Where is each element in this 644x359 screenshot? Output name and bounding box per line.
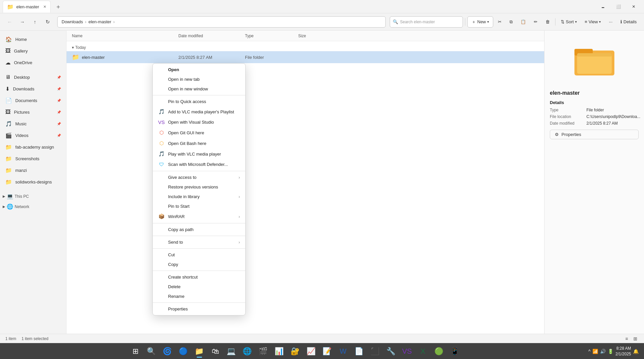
taskbar-qb2-button[interactable]: 📈 xyxy=(304,344,319,359)
cm-item-restore[interactable]: Restore previous versions xyxy=(153,182,245,192)
detail-row-location: File location C:\Users\unipodlp9\Downloa… xyxy=(550,114,639,119)
taskbar-chrome-button[interactable]: 🌐 xyxy=(240,344,255,359)
taskbar-phone-button[interactable]: 📱 xyxy=(448,344,462,359)
cm-item-copy-path[interactable]: Copy as path xyxy=(153,225,245,234)
taskbar-security-button[interactable]: 🔐 xyxy=(288,344,303,359)
network-icon: 🌐 xyxy=(7,203,13,210)
grid-view-button[interactable]: ⊞ xyxy=(632,335,639,342)
search-bar[interactable]: 🔍 Search elen-master xyxy=(390,16,463,28)
copy-button[interactable]: ⧉ xyxy=(506,16,516,28)
address-bar[interactable]: Downloads › elen-master › xyxy=(57,16,386,28)
taskbar-qb1-button[interactable]: 📊 xyxy=(272,344,287,359)
new-button[interactable]: ＋ New ▾ xyxy=(467,16,493,28)
file-row-elen-master[interactable]: 📁 elen-master 2/1/2025 8:27 AM File fold… xyxy=(67,51,544,63)
sidebar-item-videos[interactable]: 🎬 Videos 📌 xyxy=(1,130,65,141)
cm-item-cut[interactable]: Cut xyxy=(153,250,245,260)
sidebar-group-thispc[interactable]: ▶ 💻 This PC xyxy=(0,192,66,201)
new-tab-button[interactable]: ＋ xyxy=(53,1,64,12)
taskbar-search-button[interactable]: 🔍 xyxy=(144,344,159,359)
taskbar-network-icon[interactable]: 📶 xyxy=(592,349,598,354)
sidebar-item-downloads[interactable]: ⬇ Downloads 📌 xyxy=(1,83,65,94)
taskbar-excel-button[interactable]: X xyxy=(416,344,430,359)
cm-item-rename[interactable]: Rename xyxy=(153,292,245,301)
taskbar-vs-button[interactable]: VS xyxy=(400,344,414,359)
sidebar-item-fab[interactable]: 📁 fab-academy assign xyxy=(1,141,65,153)
taskbar-dell-button[interactable]: 💻 xyxy=(224,344,239,359)
close-button[interactable]: ✕ xyxy=(626,1,641,13)
cm-item-include-library[interactable]: Include in library › xyxy=(153,192,245,201)
cm-item-open-git-gui[interactable]: ⬡ Open Git GUI here xyxy=(153,127,245,138)
refresh-button[interactable]: ↻ xyxy=(42,16,53,28)
delete-button[interactable]: 🗑 xyxy=(542,16,553,28)
taskbar-media-button[interactable]: 🎬 xyxy=(256,344,271,359)
cm-item-play-vlc[interactable]: 🎵 Play with VLC media player xyxy=(153,149,245,159)
back-button[interactable]: ← xyxy=(4,16,15,28)
breadcrumb-elen-master[interactable]: elen-master xyxy=(89,19,111,24)
cm-sep4 xyxy=(153,236,245,236)
sidebar-item-screenshots[interactable]: 📁 Screenshots xyxy=(1,153,65,164)
rename-button[interactable]: ✏ xyxy=(531,16,541,28)
sidebar-item-music[interactable]: 🎵 Music 📌 xyxy=(1,118,65,129)
cm-vlc-label: Add to VLC media player's Playlist xyxy=(168,109,240,114)
taskbar-chevron-icon[interactable]: ^ xyxy=(588,349,591,354)
active-tab[interactable]: 📁 elen-master ✕ xyxy=(3,1,51,13)
cm-item-copy[interactable]: Copy xyxy=(153,260,245,269)
tab-close-button[interactable]: ✕ xyxy=(43,5,46,9)
maximize-button[interactable]: ⬜ xyxy=(611,1,626,13)
forward-button[interactable]: → xyxy=(17,16,28,28)
cm-item-scan-defender[interactable]: 🛡 Scan with Microsoft Defender... xyxy=(153,159,245,170)
taskbar-start-button[interactable]: ⊞ xyxy=(128,344,143,359)
taskbar-clock[interactable]: 8:28 AM 2/1/2025 xyxy=(615,346,631,357)
cm-item-winrar[interactable]: 📦 WinRAR › xyxy=(153,211,245,222)
cm-item-create-shortcut[interactable]: Create shortcut xyxy=(153,272,245,282)
sidebar-item-gallery[interactable]: 🖼 Gallery xyxy=(1,45,65,57)
details-button[interactable]: ℹ Details xyxy=(617,16,640,28)
paste-button[interactable]: 📋 xyxy=(517,16,529,28)
cm-item-open[interactable]: Open xyxy=(153,65,245,74)
cm-item-open-vs[interactable]: VS Open with Visual Studio xyxy=(153,117,245,127)
properties-label: Properties xyxy=(561,132,581,137)
taskbar-explorer-button[interactable]: 📁 xyxy=(192,344,207,359)
cm-item-add-vlc[interactable]: 🎵 Add to VLC media player's Playlist xyxy=(153,106,245,117)
taskbar-volume-icon[interactable]: 🔊 xyxy=(600,349,606,354)
cm-item-open-new-tab[interactable]: Open in new tab xyxy=(153,74,245,84)
cm-item-open-new-window[interactable]: Open in new window xyxy=(153,84,245,94)
group-today[interactable]: ▾ Today xyxy=(67,44,544,51)
minimize-button[interactable]: 🗕 xyxy=(595,1,611,13)
taskbar-app2-button[interactable]: 🟢 xyxy=(432,344,446,359)
taskbar-browser-button[interactable]: 🌀 xyxy=(160,344,175,359)
cm-item-give-access[interactable]: Give access to › xyxy=(153,173,245,182)
taskbar-word-button[interactable]: 📝 xyxy=(320,344,334,359)
taskbar-cmd-button[interactable]: ⬛ xyxy=(368,344,382,359)
sidebar-item-documents[interactable]: 📄 Documents 📌 xyxy=(1,95,65,106)
taskbar-notepad-button[interactable]: 📄 xyxy=(352,344,366,359)
taskbar-app1-button[interactable]: 🔧 xyxy=(384,344,398,359)
sort-button[interactable]: ⇅ Sort ▾ xyxy=(557,16,580,28)
sidebar-item-home[interactable]: 🏠 Home xyxy=(1,34,65,45)
taskbar-notification-icon[interactable]: 🔔 xyxy=(633,349,639,354)
cm-item-delete[interactable]: Delete xyxy=(153,282,245,292)
breadcrumb-downloads[interactable]: Downloads xyxy=(62,19,83,24)
cut-button[interactable]: ✂ xyxy=(495,16,505,28)
sidebar-group-network[interactable]: ▶ 🌐 Network xyxy=(0,202,66,211)
sidebar-item-pictures[interactable]: 🖼 Pictures 📌 xyxy=(1,106,65,118)
cm-item-send-to[interactable]: Send to › xyxy=(153,237,245,247)
properties-button[interactable]: ⚙ Properties xyxy=(550,130,639,139)
sidebar-item-desktop[interactable]: 🖥 Desktop 📌 xyxy=(1,71,65,83)
cm-item-open-git-bash[interactable]: ⬡ Open Git Bash here xyxy=(153,138,245,149)
cm-item-pin-start[interactable]: Pin to Start xyxy=(153,201,245,211)
sidebar-item-manzi[interactable]: 📁 manzi xyxy=(1,165,65,176)
cm-item-pin-quick[interactable]: Pin to Quick access xyxy=(153,97,245,106)
list-view-button[interactable]: ≡ xyxy=(624,335,629,342)
more-button[interactable]: ··· xyxy=(605,16,616,28)
manzi-folder-icon: 📁 xyxy=(5,167,12,174)
taskbar-word2-button[interactable]: W xyxy=(336,344,350,359)
taskbar-ie-button[interactable]: 🔵 xyxy=(176,344,191,359)
taskbar-battery-icon[interactable]: 🔋 xyxy=(608,349,613,354)
view-button[interactable]: ≡ View ▾ xyxy=(581,16,604,28)
sidebar-item-solidworks[interactable]: 📁 solidworks-designs xyxy=(1,176,65,187)
cm-item-properties[interactable]: Properties xyxy=(153,304,245,314)
taskbar-store-button[interactable]: 🛍 xyxy=(208,344,223,359)
sidebar-item-onedrive[interactable]: ☁ OneDrive xyxy=(1,57,65,68)
up-button[interactable]: ↑ xyxy=(29,16,41,28)
